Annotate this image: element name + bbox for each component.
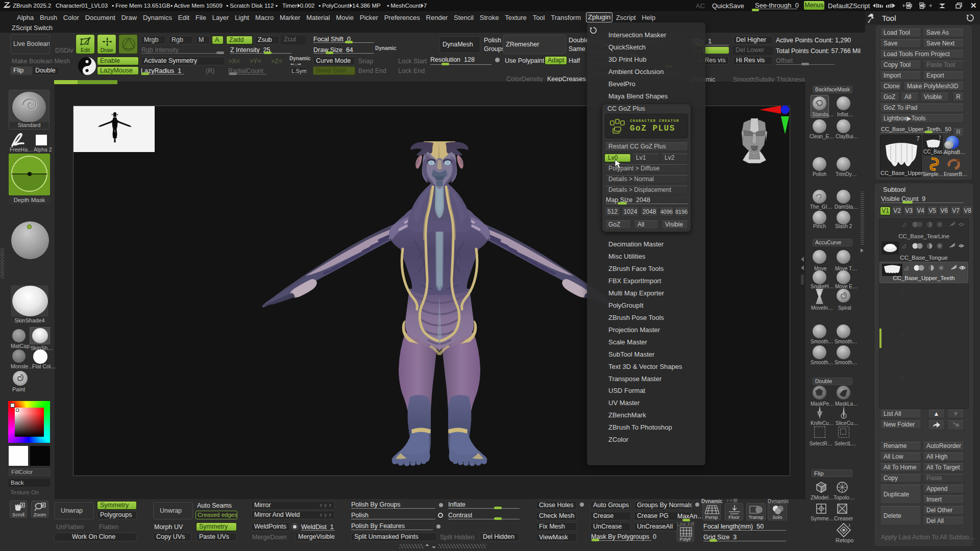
svg-text:1: 1: [848, 523, 851, 528]
